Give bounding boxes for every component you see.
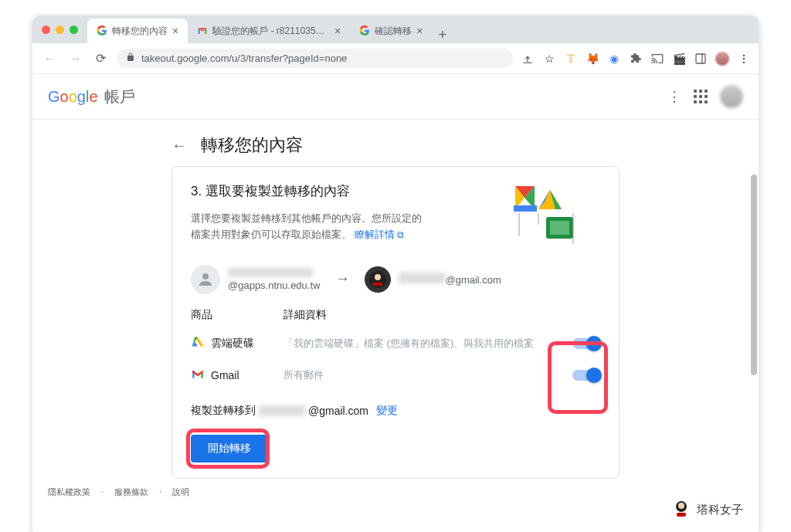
toolbar-icons: ☆ 𝕋 🦊 ◉ 🎬 ⋮ [521,52,751,66]
header-actions: ⋮ [667,85,743,108]
extension-icon[interactable]: 🎬 [672,52,686,66]
tab-title: 轉移您的內容 [112,25,168,38]
close-tab-icon[interactable]: × [172,25,178,37]
table-header: 商品 詳細資料 [191,308,600,328]
page-title: 轉移您的內容 [201,134,303,157]
dest-account: @gmail.com [365,266,501,293]
avatar-icon [191,265,220,294]
minimize-window[interactable] [56,25,64,34]
footer-link[interactable]: 服務條款 [114,486,148,498]
product-detail: 所有郵件 [283,368,572,382]
products-table: 商品 詳細資料 雲端硬碟 「我的雲端硬碟」檔案 (您擁有的檔案)、與我共用的檔案 [191,308,600,391]
svg-rect-2 [514,205,537,212]
transfer-card: 3. 選取要複製並轉移的內容 選擇您要複製並轉移到其他帳戶的內容。您所設定的檔案… [171,166,620,479]
extensions-icon[interactable] [629,52,643,66]
tab-0[interactable]: 轉移您的內容 × [87,19,188,43]
arrow-right-icon: → [335,271,349,287]
svg-point-8 [202,273,209,280]
transfer-destination: 複製並轉移到 @gmail.com 變更 [191,404,600,418]
drive-icon [191,336,205,352]
external-link-icon: ⧉ [397,229,404,240]
product-illustration [492,182,600,252]
google-logo: Google [48,88,98,106]
account-info: @gapps.ntnu.edu.tw [228,268,320,291]
gmail-favicon [197,25,208,36]
google-favicon [97,25,107,36]
svg-rect-16 [677,513,686,517]
start-transfer-button[interactable]: 開始轉移 [191,435,268,463]
header-brand: Google 帳戶 [48,86,135,107]
drive-toggle[interactable] [572,338,600,349]
svg-rect-0 [696,54,705,63]
maximize-window[interactable] [70,25,78,34]
close-window[interactable] [42,25,50,34]
avatar-icon [365,266,391,293]
svg-point-10 [375,274,381,280]
tab-1[interactable]: 驗證您的帳戶 - r821103542@g × [188,19,350,43]
account-avatar[interactable] [720,85,743,108]
titlebar: 轉移您的內容 × 驗證您的帳戶 - r821103542@g × 確認轉移 × … [32,15,759,43]
watermark-icon [670,499,692,520]
product-label: 帳戶 [104,86,135,107]
back-button[interactable]: ← [40,49,59,69]
watermark: 塔科女子 [670,499,743,520]
col-product-header: 商品 [191,308,283,322]
share-icon[interactable] [521,52,535,66]
tab-title: 驗證您的帳戶 - r821103542@g [212,25,330,38]
footer-link[interactable]: 說明 [172,486,189,498]
source-account: @gapps.ntnu.edu.tw [191,265,320,294]
product-detail: 「我的雲端硬碟」檔案 (您擁有的檔案)、與我共用的檔案 [283,337,572,351]
profile-icon[interactable] [715,52,729,66]
step-description: 選擇您要複製並轉移到其他帳戶的內容。您所設定的檔案共用對象仍可以存取原始檔案。 … [191,211,423,243]
lock-icon [126,53,135,64]
tab-strip: 轉移您的內容 × 驗證您的帳戶 - r821103542@g × 確認轉移 × … [87,15,759,43]
scrollbar-thumb[interactable] [751,175,757,375]
extension-icon[interactable]: ◉ [607,52,621,66]
gmail-icon [191,368,205,384]
table-row: Gmail 所有郵件 [191,360,600,391]
apps-icon[interactable] [694,90,708,103]
cast-icon[interactable] [650,52,664,66]
forward-button[interactable]: → [66,49,85,69]
svg-point-15 [678,503,684,509]
svg-rect-11 [373,283,382,286]
close-tab-icon[interactable]: × [334,25,341,37]
back-arrow-icon[interactable]: ← [171,137,187,154]
page-title-row: ← 轉移您的內容 [32,120,759,166]
product-name: Gmail [191,368,283,384]
new-tab-button[interactable]: + [432,27,453,43]
google-favicon [359,25,370,36]
col-detail-header: 詳細資料 [283,308,600,322]
page-content: Google 帳戶 ⋮ ← 轉移您的內容 3. 選取要複製並轉移的內容 選擇您要… [32,74,759,532]
tab-2[interactable]: 確認轉移 × [350,19,432,43]
page-header: Google 帳戶 ⋮ [32,74,759,120]
change-link[interactable]: 變更 [376,404,398,418]
extension-icon[interactable]: 🦊 [586,52,599,66]
browser-window: 轉移您的內容 × 驗證您的帳戶 - r821103542@g × 確認轉移 × … [32,15,759,532]
bookmark-icon[interactable]: ☆ [542,52,556,66]
learn-more-link[interactable]: 瞭解詳情 [355,229,395,240]
reload-button[interactable]: ⟳ [93,48,109,69]
extension-icon[interactable]: 𝕋 [564,52,578,66]
product-name: 雲端硬碟 [191,336,283,352]
menu-icon[interactable]: ⋮ [737,52,751,66]
tab-title: 確認轉移 [375,25,412,38]
toolbar: ← → ⟳ takeout.google.com/u/3/transfer?pa… [32,43,759,74]
svg-rect-4 [550,221,569,235]
url-text: takeout.google.com/u/3/transfer?pageId=n… [141,53,347,64]
table-row: 雲端硬碟 「我的雲端硬碟」檔案 (您擁有的檔案)、與我共用的檔案 [191,328,600,360]
footer-link[interactable]: 隱私權政策 [48,486,90,498]
accounts-row: @gapps.ntnu.edu.tw → @gmail.com [191,265,600,294]
address-bar[interactable]: takeout.google.com/u/3/transfer?pageId=n… [117,49,513,68]
close-tab-icon[interactable]: × [416,25,423,37]
window-controls [32,25,87,34]
more-icon[interactable]: ⋮ [667,88,681,105]
gmail-toggle[interactable] [572,370,600,381]
footer: 隱私權政策 · 服務條款 · 說明 [32,479,759,506]
account-info: @gmail.com [399,273,501,286]
side-panel-icon[interactable] [694,52,708,66]
scrollbar[interactable] [751,128,757,514]
